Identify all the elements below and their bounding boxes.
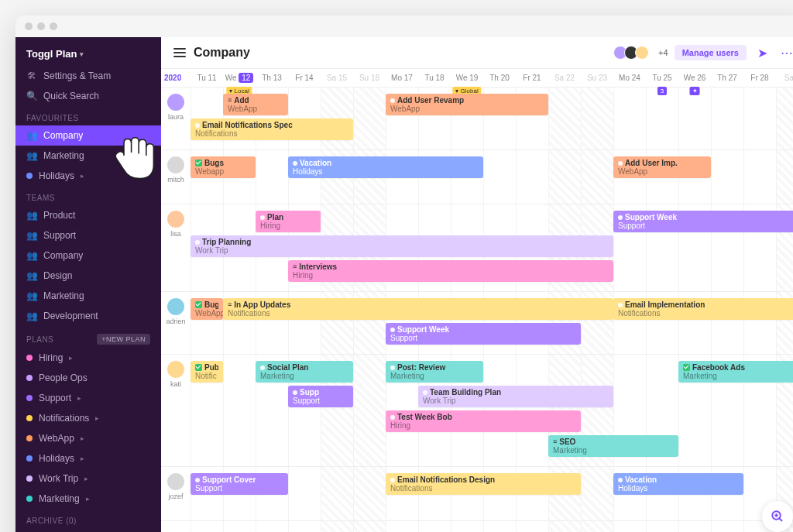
task-bar[interactable]: Support WeekSupport xyxy=(386,323,581,345)
day-header[interactable]: Mo 24 xyxy=(613,69,646,87)
sidebar-item-design[interactable]: 👥Design xyxy=(15,266,161,286)
day-header[interactable]: Th 13 xyxy=(256,69,288,87)
person-name: adrien xyxy=(166,317,185,325)
task-bar[interactable]: ≡AddWebApp xyxy=(223,94,288,115)
task-bar[interactable]: Support CoverSupport xyxy=(191,473,288,495)
day-header[interactable]: We 26✦ xyxy=(678,69,711,87)
window-close-dot[interactable] xyxy=(25,22,33,30)
task-bar[interactable]: ≡SEOMarketing xyxy=(548,435,678,457)
zoom-button[interactable] xyxy=(762,501,793,532)
task-bar[interactable]: Email ImplementationNotifications xyxy=(613,298,793,320)
task-bar[interactable]: Social PlanMarketing xyxy=(256,361,353,383)
day-header[interactable]: We 19▾ Global xyxy=(451,69,483,87)
day-header[interactable]: Th 27 xyxy=(711,69,743,87)
chevron-right-icon: ▸ xyxy=(84,475,88,482)
settings-link[interactable]: 🛠 Settings & Team xyxy=(15,66,161,86)
sidebar-item-label: Marketing xyxy=(39,493,80,504)
task-bar[interactable]: VacationHolidays xyxy=(288,156,483,178)
day-header[interactable]: Mo 17 xyxy=(386,69,418,87)
sidebar-item-marketing[interactable]: Marketing▸ xyxy=(15,489,161,509)
avatar[interactable] xyxy=(167,94,184,111)
sidebar-item-label: Work Trip xyxy=(39,473,78,484)
task-bar[interactable]: Trip PlanningWork Trip xyxy=(191,235,613,257)
task-bar[interactable]: Test Week BobHiring xyxy=(386,410,581,432)
status-dot-icon xyxy=(390,366,395,370)
sidebar-item-marketing[interactable]: 👥Marketing xyxy=(15,286,161,306)
day-header[interactable]: Sa 15 xyxy=(321,69,353,87)
avatar[interactable] xyxy=(167,156,184,173)
sidebar-item-marketing[interactable]: 👥Marketing xyxy=(15,146,161,166)
task-bar[interactable]: ≡In App UpdatesNotifications xyxy=(223,298,613,320)
year-label[interactable]: 2020 xyxy=(161,69,191,87)
day-header[interactable]: Su 23 xyxy=(581,69,613,87)
sidebar-item-people-ops[interactable]: People Ops xyxy=(15,368,161,388)
app-menu[interactable]: Toggl Plan ▾ xyxy=(15,37,161,66)
day-header[interactable]: Fr 28 xyxy=(743,69,776,87)
task-bar[interactable]: Email Notifications SpecNotifications xyxy=(191,118,353,140)
sidebar-item-work-trip[interactable]: Work Trip▸ xyxy=(15,469,161,489)
window-max-dot[interactable] xyxy=(50,22,57,30)
sidebar-item-support[interactable]: Support▸ xyxy=(15,388,161,408)
avatar[interactable] xyxy=(167,473,184,490)
window-min-dot[interactable] xyxy=(37,22,45,30)
day-header[interactable]: Th 20 xyxy=(483,69,516,87)
timeline-body[interactable]: laura≡AddWebAppAdd User RevampWebAppEmai… xyxy=(161,88,793,532)
more-icon[interactable]: ⋯ xyxy=(778,43,793,62)
sidebar-item-holidays[interactable]: Holidays▸ xyxy=(15,448,161,469)
avatar[interactable] xyxy=(167,211,184,228)
sidebar-item-development[interactable]: 👥Development xyxy=(15,306,161,326)
day-header[interactable]: Fr 14 xyxy=(288,69,321,87)
day-header[interactable]: Tu 253 xyxy=(646,69,678,87)
day-header[interactable]: Fr 21 xyxy=(516,69,548,87)
sidebar-item-product[interactable]: 👥Product xyxy=(15,205,161,225)
new-plan-button[interactable]: +New Plan xyxy=(97,334,150,345)
day-header[interactable]: Sa 22 xyxy=(548,69,581,87)
sidebar-item-notifications[interactable]: Notifications▸ xyxy=(15,408,161,428)
task-bar[interactable]: PubNotific xyxy=(191,361,223,383)
sidebar-item-holidays[interactable]: Holidays▸ xyxy=(15,166,161,186)
search-label: Quick Search xyxy=(43,91,99,101)
task-bar[interactable]: VacationHolidays xyxy=(613,473,743,495)
sidebar-item-webapp[interactable]: WebApp▸ xyxy=(15,428,161,448)
task-bar[interactable]: BugsWebApp xyxy=(191,298,223,320)
plan-dot-icon xyxy=(26,355,33,361)
sidebar-item-company[interactable]: 👥Company xyxy=(15,125,161,146)
task-bar[interactable]: Facebook AdsMarketing xyxy=(678,361,793,383)
task-bar[interactable]: Team Building PlanWork Trip xyxy=(418,386,613,407)
sidebar-item-support[interactable]: 👥Support xyxy=(15,225,161,245)
avatar[interactable] xyxy=(167,298,184,315)
task-bar[interactable]: Support WeekSupport xyxy=(613,211,793,232)
day-header[interactable]: Sa 1FEB xyxy=(776,69,793,87)
task-bar[interactable]: PlanHiring xyxy=(256,211,321,232)
sidebar-item-company[interactable]: 👥Company xyxy=(15,245,161,266)
task-title: Add User Imp. xyxy=(625,159,678,167)
task-plan: Hiring xyxy=(390,421,576,430)
task-plan: Notifications xyxy=(228,309,609,317)
plan-dot-icon xyxy=(26,455,33,462)
archive-section-header[interactable]: ARCHIVE (0) xyxy=(15,509,161,528)
progress-icon: ≡ xyxy=(228,300,232,309)
task-bar[interactable]: Add User RevampWebApp xyxy=(386,94,548,115)
task-bar[interactable]: Post: ReviewMarketing xyxy=(386,361,483,383)
share-icon[interactable]: ➤ xyxy=(753,43,771,62)
day-header[interactable]: Su 16 xyxy=(353,69,386,87)
task-bar[interactable]: ≡InterviewsHiring xyxy=(288,260,613,282)
day-header[interactable]: We 12▾ Local xyxy=(223,69,256,87)
hamburger-icon[interactable] xyxy=(173,48,186,57)
search-link[interactable]: 🔍 Quick Search xyxy=(15,86,161,106)
person-name: kati xyxy=(170,380,181,388)
task-bar[interactable]: Add User Imp.WebApp xyxy=(613,156,711,178)
sidebar-item-label: WebApp xyxy=(39,433,74,444)
team-icon: 👥 xyxy=(26,290,37,301)
chevron-right-icon: ▸ xyxy=(86,495,90,503)
task-bar[interactable]: Email Notifications DesignNotifications xyxy=(386,473,581,495)
avatar-stack[interactable] xyxy=(616,46,649,60)
task-bar[interactable]: BugsWebapp xyxy=(191,156,256,178)
day-header[interactable]: Tu 18 xyxy=(418,69,451,87)
avatar[interactable] xyxy=(167,361,184,378)
sidebar-item-label: Notifications xyxy=(39,413,89,424)
task-bar[interactable]: SuppSupport xyxy=(288,386,353,407)
sidebar-item-hiring[interactable]: Hiring▸ xyxy=(15,348,161,368)
manage-users-button[interactable]: Manage users xyxy=(675,45,747,60)
day-header[interactable]: Tu 11 xyxy=(191,69,223,87)
